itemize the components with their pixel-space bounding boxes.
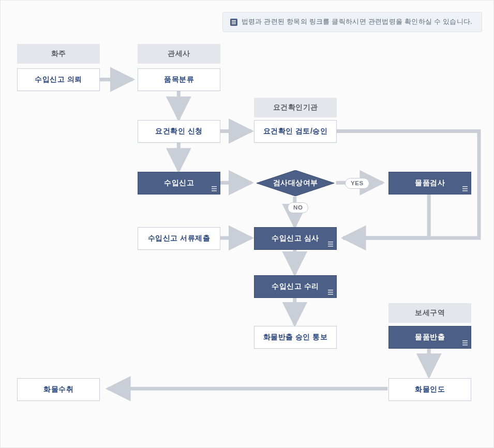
header-shipper: 화주: [17, 44, 100, 64]
header-broker-label: 관세사: [168, 49, 190, 58]
header-broker: 관세사: [138, 44, 220, 64]
node-label: 요건확인 신청: [155, 127, 202, 136]
list-icon: [462, 340, 468, 346]
list-icon: [212, 186, 217, 191]
header-verifier: 요건확인기관: [254, 98, 337, 117]
node-label: 수입신고 심사: [272, 234, 319, 243]
node-req-check-apply: 요건확인 신청: [138, 120, 220, 143]
list-icon: [328, 242, 333, 247]
node-label: 화물수취: [43, 385, 73, 394]
node-label: 품목분류: [164, 75, 194, 84]
node-import-declaration[interactable]: 수입신고: [138, 172, 220, 195]
node-submit-docs: 수입신고 서류제출: [138, 227, 220, 250]
decision-yes-label: YES: [345, 178, 369, 189]
node-goods-inspection[interactable]: 물품검사: [388, 172, 471, 195]
node-label: 물품검사: [415, 178, 445, 188]
node-label: 수입신고 수리: [272, 282, 319, 291]
pill-text: NO: [293, 204, 303, 211]
list-icon: [230, 19, 237, 26]
node-label: 수입신고: [164, 178, 194, 188]
node-item-classification: 품목분류: [138, 68, 220, 91]
node-req-check-review: 요건확인 검토/승인: [254, 120, 337, 143]
node-label: 요건확인 검토/승인: [263, 127, 328, 136]
decision-inspection-target: 검사대상여부: [257, 170, 334, 196]
pill-text: YES: [351, 180, 364, 186]
node-label: 수입신고 의뢰: [35, 75, 82, 84]
node-label: 화물반출 승인 통보: [263, 333, 328, 342]
flowchart-canvas: 법령과 관련된 항목의 링크를 클릭하시면 관련법령을 확인하실 수 있습니다.…: [0, 0, 494, 448]
node-request-import-declaration: 수입신고 의뢰: [17, 68, 100, 91]
node-label: 화물인도: [415, 385, 445, 394]
header-bonded-label: 보세구역: [415, 308, 445, 318]
header-verifier-label: 요건확인기관: [273, 103, 318, 112]
list-icon: [462, 186, 468, 191]
header-bonded: 보세구역: [388, 303, 471, 323]
node-goods-release[interactable]: 물품반출: [388, 326, 471, 349]
node-declaration-accept[interactable]: 수입신고 수리: [254, 275, 337, 298]
decision-no-label: NO: [288, 202, 308, 213]
node-label: 수입신고 서류제출: [148, 234, 210, 243]
node-label: 물품반출: [415, 333, 445, 342]
list-icon: [328, 290, 333, 295]
header-shipper-label: 화주: [51, 49, 66, 58]
notice-bar: 법령과 관련된 항목의 링크를 클릭하시면 관련법령을 확인하실 수 있습니다.: [222, 12, 482, 32]
node-declaration-review[interactable]: 수입신고 심사: [254, 227, 337, 250]
node-cargo-receipt: 화물수취: [17, 378, 100, 401]
node-cargo-delivery: 화물인도: [388, 378, 471, 401]
notice-text: 법령과 관련된 항목의 링크를 클릭하시면 관련법령을 확인하실 수 있습니다.: [242, 18, 472, 26]
decision-label: 검사대상여부: [273, 178, 318, 188]
node-release-notice: 화물반출 승인 통보: [254, 326, 337, 349]
